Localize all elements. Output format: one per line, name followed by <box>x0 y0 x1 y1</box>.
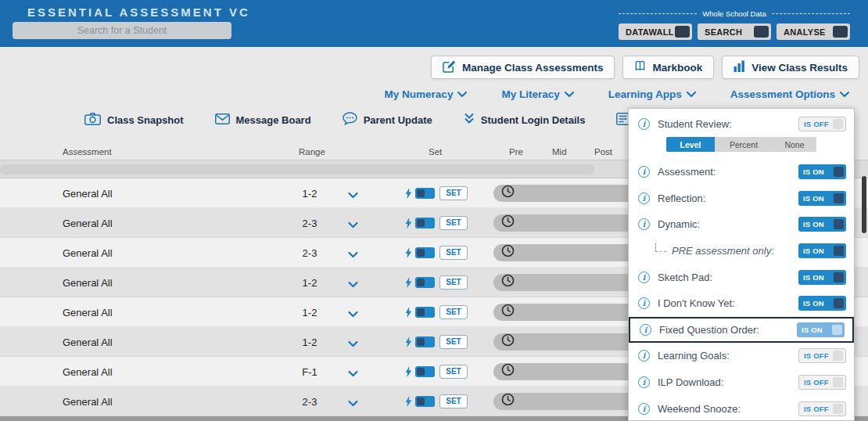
whole-school-button[interactable]: SEARCH <box>698 23 771 40</box>
clock-icon <box>501 185 515 201</box>
toggle-state-label: IS ON <box>803 167 824 176</box>
option-row: ILP Download: IS OFF <box>629 369 854 396</box>
option-toggle[interactable]: IS ON <box>798 270 846 285</box>
set-button[interactable]: SET <box>439 246 468 260</box>
option-toggle[interactable]: IS ON <box>798 243 846 258</box>
range-chevron-down-icon[interactable] <box>348 338 358 345</box>
toggle-state-label: IS OFF <box>804 378 829 387</box>
markbook-button[interactable]: Markbook <box>622 56 714 79</box>
range-chevron-down-icon[interactable] <box>348 219 358 226</box>
edit-square-icon <box>443 60 456 75</box>
dashed-divider <box>772 13 850 14</box>
range-chevron-down-icon[interactable] <box>348 398 358 405</box>
assessment-name: General All <box>63 365 113 377</box>
student-search-input[interactable] <box>13 22 231 39</box>
parent-update-button[interactable]: Parent Update <box>343 112 432 128</box>
option-toggle[interactable]: IS ON <box>798 217 846 232</box>
info-icon[interactable] <box>638 403 650 415</box>
toggle-state-label: IS ON <box>803 246 824 255</box>
vertical-scrollbar-thumb[interactable] <box>862 176 866 233</box>
toggle-state-label: IS ON <box>803 299 824 308</box>
info-icon[interactable] <box>638 118 650 130</box>
info-icon[interactable] <box>638 297 650 309</box>
option-toggle[interactable]: IS OFF <box>798 401 846 416</box>
lightning-icon <box>405 247 412 258</box>
info-icon[interactable] <box>638 218 650 230</box>
lightning-icon <box>405 188 412 199</box>
menu-assessment-options[interactable]: Assessment Options <box>730 88 849 100</box>
student-login-details-button[interactable]: Student Login Details <box>464 112 586 128</box>
app-header: ESSENTIAL ASSESSMENT VC Whole School Dat… <box>0 0 868 47</box>
assessment-name: General All <box>63 276 113 288</box>
menu-my-literacy[interactable]: My Literacy <box>501 88 573 100</box>
manage-class-assessments-button[interactable]: Manage Class Assessments <box>431 56 615 79</box>
set-button[interactable]: SET <box>439 365 468 379</box>
option-toggle[interactable]: IS ON <box>798 296 846 311</box>
quick-set-toggle[interactable] <box>415 336 435 347</box>
info-icon[interactable] <box>638 350 650 362</box>
segment-level[interactable]: Level <box>666 137 715 152</box>
info-icon[interactable] <box>638 193 650 204</box>
info-icon[interactable] <box>638 376 650 388</box>
clock-icon <box>501 214 515 231</box>
option-toggle[interactable]: IS ON <box>798 191 846 206</box>
whole-school-button[interactable]: DATAWALL <box>619 23 692 40</box>
lightning-icon <box>405 336 412 347</box>
range-chevron-down-icon[interactable] <box>348 368 358 375</box>
option-toggle[interactable]: IS OFF <box>798 348 846 363</box>
clock-icon <box>501 363 515 380</box>
set-button[interactable]: SET <box>439 275 468 290</box>
menu-my-numeracy[interactable]: My Numeracy <box>385 88 468 100</box>
message-board-button[interactable]: Message Board <box>215 112 311 128</box>
range-chevron-down-icon[interactable] <box>348 308 358 315</box>
option-label: Assessment: <box>658 166 716 178</box>
option-toggle[interactable]: IS ON <box>797 322 845 337</box>
range-chevron-down-icon[interactable] <box>348 279 358 286</box>
quick-set-toggle[interactable] <box>415 188 435 199</box>
horizontal-scrollbar-thumb[interactable] <box>0 164 594 175</box>
info-icon[interactable] <box>640 324 651 336</box>
student-review-toggle[interactable]: IS OFF <box>798 117 846 131</box>
option-label: Sketch Pad: <box>658 272 712 283</box>
dashed-divider <box>619 13 697 14</box>
option-row: Learning Goals: IS OFF <box>629 343 854 369</box>
quick-set-toggle[interactable] <box>415 307 435 318</box>
app-screen: ESSENTIAL ASSESSMENT VC Whole School Dat… <box>0 0 868 421</box>
set-button[interactable]: SET <box>439 394 468 408</box>
whole-school-button[interactable]: ANALYSE <box>777 23 850 40</box>
info-icon[interactable] <box>638 272 650 283</box>
chevron-down-icon <box>840 88 849 100</box>
range-value: 2-3 <box>296 395 324 407</box>
assessment-options-label: Assessment Options <box>730 88 835 100</box>
quick-set-toggle[interactable] <box>415 218 435 228</box>
quick-set-toggle[interactable] <box>415 396 435 407</box>
range-value: 2-3 <box>296 246 324 258</box>
range-chevron-down-icon[interactable] <box>348 189 358 196</box>
toggle-square-icon <box>754 26 769 38</box>
chevron-down-icon <box>457 88 467 100</box>
set-button[interactable]: SET <box>439 216 468 230</box>
toggle-knob <box>833 404 843 414</box>
message-board-label: Message Board <box>236 114 311 126</box>
range-value: 1-2 <box>296 306 324 318</box>
option-toggle[interactable]: IS OFF <box>798 375 846 390</box>
segment-none[interactable]: None <box>773 137 816 152</box>
set-button[interactable]: SET <box>439 305 468 319</box>
segment-percent[interactable]: Percent <box>715 137 773 152</box>
set-button[interactable]: SET <box>439 186 468 200</box>
learning-apps-label: Learning Apps <box>608 88 682 100</box>
quick-set-toggle[interactable] <box>415 366 435 377</box>
chevron-down-icon <box>565 88 574 100</box>
view-class-results-button[interactable]: View Class Results <box>722 56 859 79</box>
assessment-name: General All <box>63 217 113 228</box>
menu-learning-apps[interactable]: Learning Apps <box>608 88 696 100</box>
info-icon[interactable] <box>638 166 650 178</box>
option-toggle[interactable]: IS ON <box>798 164 846 179</box>
range-value: 1-2 <box>296 276 324 288</box>
option-label: ILP Download: <box>658 376 723 388</box>
set-button[interactable]: SET <box>439 335 468 349</box>
quick-set-toggle[interactable] <box>415 247 435 258</box>
class-snapshot-button[interactable]: Class Snapshot <box>84 112 184 128</box>
quick-set-toggle[interactable] <box>415 277 435 288</box>
range-chevron-down-icon[interactable] <box>348 249 358 256</box>
